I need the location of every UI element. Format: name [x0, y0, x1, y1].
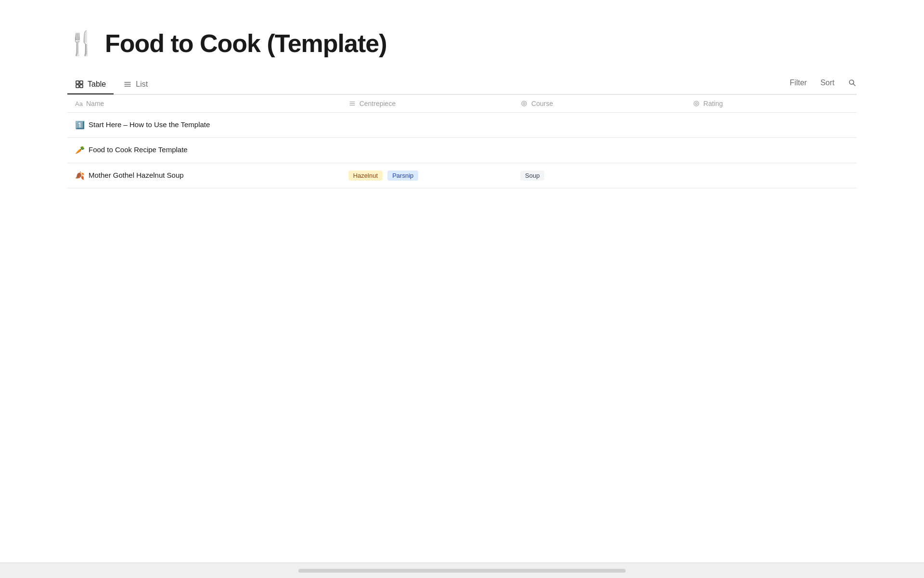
sort-label: Sort — [821, 79, 834, 87]
database-table: Aa Name Centrepiece — [67, 94, 857, 188]
course-col-icon — [520, 100, 528, 107]
row2-name-cell: 🥕 Food to Cook Recipe Template — [67, 138, 341, 163]
svg-point-15 — [695, 103, 697, 105]
col-centrepiece-label: Centrepiece — [359, 100, 396, 107]
row1-emoji: 1️⃣ — [75, 120, 85, 131]
table-row[interactable]: 1️⃣ Start Here – How to Use the Template — [67, 113, 857, 138]
col-header-course: Course — [513, 95, 684, 113]
row3-name-text: Mother Gothel Hazelnut Soup — [89, 170, 184, 180]
list-view-icon — [123, 80, 132, 89]
col-header-rating: Rating — [685, 95, 857, 113]
table-header-row: Aa Name Centrepiece — [67, 95, 857, 113]
tabs-left: Table List — [67, 75, 155, 94]
page-title: Food to Cook (Template) — [105, 29, 387, 58]
table-row[interactable]: 🍂 Mother Gothel Hazelnut Soup Hazelnut P… — [67, 163, 857, 188]
tag-soup: Soup — [520, 171, 544, 181]
table-view-icon — [75, 80, 84, 89]
tag-parsnip: Parsnip — [387, 171, 418, 181]
row3-name-cell: 🍂 Mother Gothel Hazelnut Soup — [67, 163, 341, 188]
col-name-label: Name — [86, 100, 104, 107]
row2-rating-cell — [685, 138, 857, 163]
row1-name-cell: 1️⃣ Start Here – How to Use the Template — [67, 113, 341, 138]
search-icon — [848, 79, 857, 87]
svg-point-14 — [694, 101, 699, 106]
row3-course-cell: Soup — [513, 163, 684, 188]
centrepiece-col-icon — [348, 100, 356, 107]
svg-point-12 — [522, 101, 526, 106]
search-button[interactable] — [848, 79, 857, 87]
row2-course-cell — [513, 138, 684, 163]
row3-rating-cell — [685, 163, 857, 188]
table-row[interactable]: 🥕 Food to Cook Recipe Template — [67, 138, 857, 163]
sort-button[interactable]: Sort — [821, 79, 834, 87]
tag-hazelnut: Hazelnut — [348, 171, 383, 181]
filter-label: Filter — [790, 79, 807, 87]
page-icon: 🍴 — [67, 32, 96, 55]
col-course-label: Course — [531, 100, 553, 107]
col-header-centrepiece: Centrepiece — [341, 95, 513, 113]
svg-point-13 — [523, 103, 525, 105]
row2-centrepiece-cell — [341, 138, 513, 163]
tab-table[interactable]: Table — [67, 75, 114, 94]
horizontal-scrollbar[interactable] — [298, 569, 626, 573]
tab-table-label: Table — [88, 80, 106, 89]
toolbar-right: Filter Sort — [790, 79, 857, 91]
page-header: 🍴 Food to Cook (Template) — [67, 29, 857, 58]
tab-list-label: List — [136, 80, 148, 89]
row1-rating-cell — [685, 113, 857, 138]
row1-centrepiece-cell — [341, 113, 513, 138]
tab-list[interactable]: List — [116, 75, 155, 94]
rating-col-icon — [693, 100, 700, 107]
svg-rect-3 — [80, 85, 83, 88]
row3-emoji: 🍂 — [75, 171, 85, 181]
row2-name-text: Food to Cook Recipe Template — [89, 144, 188, 155]
svg-rect-0 — [76, 81, 79, 84]
row2-emoji: 🥕 — [75, 145, 85, 156]
svg-line-8 — [853, 83, 855, 85]
svg-rect-2 — [76, 85, 79, 88]
row1-course-cell — [513, 113, 684, 138]
filter-button[interactable]: Filter — [790, 79, 807, 87]
col-header-name: Aa Name — [67, 95, 341, 113]
view-tabs: Table List Filter Sort — [67, 75, 857, 94]
col-rating-label: Rating — [704, 100, 723, 107]
name-col-icon: Aa — [75, 100, 83, 107]
svg-rect-1 — [80, 81, 83, 84]
bottom-bar — [0, 563, 924, 578]
row1-name-text: Start Here – How to Use the Template — [89, 119, 210, 130]
row3-centrepiece-cell: Hazelnut Parsnip — [341, 163, 513, 188]
